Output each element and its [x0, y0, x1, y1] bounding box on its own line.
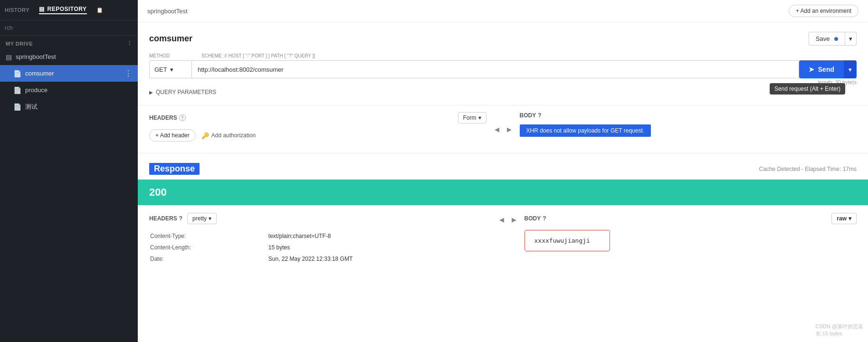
send-arrow-icon: ➤ — [809, 66, 814, 73]
cache-info: Cache Detected - Elapsed Time: 17ms — [759, 166, 857, 172]
section-more-icon[interactable]: ⋮ — [127, 40, 133, 47]
response-headers-panel: HEADERS ? pretty ▾ Content-Type: text — [149, 213, 491, 265]
method-select[interactable]: GET ▾ — [149, 60, 192, 78]
sidebar-item-produce[interactable]: 📄 produce ⋮ — [0, 82, 138, 98]
sidebar-search-area — [0, 20, 138, 36]
table-row: Content-Type: text/plain;charset=UTF-8 — [150, 231, 481, 241]
form-dropdown[interactable]: Form ▾ — [458, 112, 486, 124]
request-name: comsumer — [149, 34, 192, 44]
response-nav-left-arrow[interactable]: ◀ — [496, 214, 507, 225]
main-content: comsumer Save ▾ METHOD SCHEME :// HOST [… — [138, 22, 868, 342]
send-chevron-button[interactable]: ▾ — [844, 60, 857, 78]
status-code: 200 — [149, 186, 167, 199]
headers-toolbar: + Add header 🔑 Add authorization — [149, 129, 486, 142]
nav-left-arrow[interactable]: ◀ — [491, 124, 503, 135]
raw-dropdown[interactable]: raw ▾ — [831, 213, 857, 224]
header-name: Date: — [150, 254, 267, 264]
csdn-watermark: CSDN @落叶的悲哀 长:15 bytes — [816, 323, 863, 337]
response-details: HEADERS ? pretty ▾ Content-Type: text — [149, 205, 857, 265]
add-header-button[interactable]: + Add header — [149, 129, 196, 142]
save-button[interactable]: Save — [809, 32, 845, 46]
response-header-row: Response Cache Detected - Elapsed Time: … — [149, 163, 857, 175]
url-label: SCHEME :// HOST [ ":" PORT ] [ PATH [ "?… — [201, 53, 857, 58]
response-body-panel: BODY ? raw ▾ xxxxfuwujiangji — [525, 213, 857, 265]
sidebar-item-comsumer[interactable]: 📄 comsumer ⋮ — [0, 65, 138, 82]
url-labels-row: METHOD SCHEME :// HOST [ ":" PORT ] [ PA… — [149, 53, 857, 58]
file-icon: 📄 — [13, 103, 21, 111]
main-topbar: springbootTest + Add an environment — [138, 0, 868, 22]
response-headers-top: HEADERS ? pretty ▾ — [149, 213, 482, 224]
send-btn-group: ➤ Send ▾ — [799, 60, 857, 78]
nav-right-arrow[interactable]: ▶ — [504, 124, 515, 135]
length-hint: length: 30 byte(s — [149, 79, 857, 85]
nav-arrows: ◀ ▶ — [486, 124, 520, 135]
table-row: Date: Sun, 22 May 2022 12:33:18 GMT — [150, 254, 481, 264]
sidebar-item-label: 测试 — [25, 103, 121, 111]
sidebar-item-label: springbootTest — [16, 53, 121, 60]
response-nav-right-arrow[interactable]: ▶ — [508, 214, 520, 225]
sidebar-nav-history[interactable]: HISTORY — [5, 7, 29, 13]
more-icon[interactable]: ⋮ — [124, 69, 132, 78]
body-panel: BODY ? XHR does not allow payloads for G… — [520, 105, 857, 143]
response-headers-table: Content-Type: text/plain;charset=UTF-8 C… — [149, 230, 482, 265]
send-button[interactable]: ➤ Send — [799, 60, 844, 78]
url-input[interactable] — [192, 60, 799, 78]
headers-help-icon[interactable]: ? — [179, 114, 186, 121]
response-body-help-icon[interactable]: ? — [543, 215, 546, 222]
add-environment-button[interactable]: + Add an environment — [789, 5, 858, 17]
request-title-row: comsumer Save ▾ — [149, 32, 857, 46]
response-headers-label: HEADERS ? — [149, 215, 182, 222]
add-authorization-button[interactable]: 🔑 Add authorization — [201, 132, 256, 139]
response-headers-help-icon[interactable]: ? — [179, 215, 182, 222]
pretty-dropdown[interactable]: pretty ▾ — [187, 213, 217, 224]
chevron-down-icon: ▾ — [478, 114, 481, 121]
header-value: 15 bytes — [268, 242, 481, 253]
header-value: Sun, 22 May 2022 12:33:18 GMT — [268, 254, 481, 264]
sidebar: HISTORY ▤ REPOSITORY 📋 MY DRIVE ⋮ ▤ spri… — [0, 0, 138, 342]
key-icon: 🔑 — [201, 132, 209, 139]
response-body-content: xxxxfuwujiangji — [525, 230, 610, 251]
method-label: METHOD — [149, 53, 201, 58]
query-params-row[interactable]: ▶ QUERY PARAMETERS — [149, 89, 857, 95]
chevron-down-icon: ▾ — [209, 215, 211, 222]
header-value: text/plain;charset=UTF-8 — [268, 231, 481, 241]
request-section: comsumer Save ▾ METHOD SCHEME :// HOST [… — [138, 22, 868, 105]
sidebar-item-label: produce — [25, 86, 121, 94]
sidebar-item-test[interactable]: 📄 测试 ⋮ — [0, 98, 138, 115]
save-chevron-button[interactable]: ▾ — [845, 32, 857, 46]
headers-label: HEADERS ? — [149, 114, 186, 121]
sidebar-top-nav: HISTORY ▤ REPOSITORY 📋 — [0, 0, 138, 20]
save-dot — [834, 37, 838, 41]
server-icon: ▤ — [39, 6, 45, 12]
chevron-down-icon: ▾ — [849, 215, 851, 222]
headers-top-row: HEADERS ? Form ▾ — [149, 112, 486, 124]
sidebar-item-label: comsumer — [25, 70, 121, 77]
response-body-label: BODY ? raw ▾ — [525, 213, 857, 224]
file-icon: 📄 — [13, 70, 21, 77]
headers-panel: HEADERS ? Form ▾ + Add header 🔑 Add auth… — [149, 105, 486, 153]
body-label: BODY ? — [520, 112, 857, 119]
response-nav-arrows: ◀ ▶ — [491, 214, 525, 225]
sidebar-nav-repository[interactable]: ▤ REPOSITORY — [39, 6, 87, 14]
clipboard-icon: 📋 — [96, 7, 104, 13]
response-section: Response Cache Detected - Elapsed Time: … — [138, 153, 868, 265]
response-title: Response — [149, 163, 200, 175]
send-tooltip: Send request (Alt + Enter) — [770, 83, 845, 95]
chevron-down-icon: ▾ — [170, 66, 173, 73]
headers-body-section: HEADERS ? Form ▾ + Add header 🔑 Add auth… — [138, 105, 868, 153]
sidebar-item-springbootTest[interactable]: ▤ springbootTest ⋮ — [0, 48, 138, 65]
breadcrumb: springbootTest — [147, 8, 188, 15]
url-full-row: GET ▾ ➤ Send ▾ Send request (Alt + Enter… — [149, 60, 857, 78]
header-name: Content-Length: — [150, 242, 267, 253]
chevron-right-icon: ▶ — [149, 90, 153, 95]
status-bar: 200 — [138, 180, 868, 205]
table-row: Content-Length: 15 bytes — [150, 242, 481, 253]
file-icon: 📄 — [13, 86, 21, 94]
search-input[interactable] — [5, 25, 133, 31]
save-btn-group: Save ▾ — [809, 32, 857, 46]
xhr-error-message: XHR does not allow payloads for GET requ… — [520, 124, 651, 137]
sidebar-section-label: MY DRIVE ⋮ — [0, 36, 138, 48]
sidebar-nav-clipboard[interactable]: 📋 — [96, 7, 104, 13]
body-help-icon[interactable]: ? — [538, 112, 541, 119]
server-icon: ▤ — [6, 53, 12, 61]
